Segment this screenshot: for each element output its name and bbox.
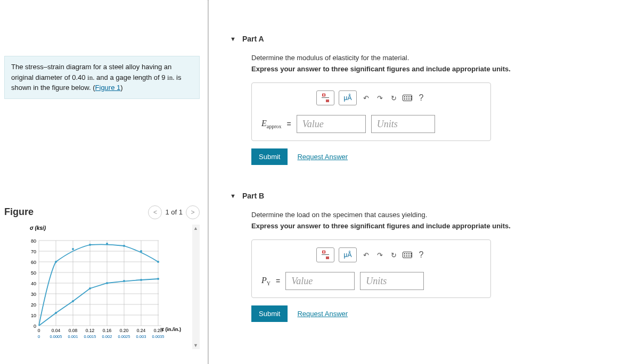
svg-text:0.003: 0.003 [136, 334, 146, 339]
value-input[interactable] [285, 272, 355, 290]
reset-icon[interactable]: ↻ [389, 94, 398, 102]
svg-text:0.002: 0.002 [102, 334, 112, 339]
svg-text:0.12: 0.12 [86, 328, 95, 333]
part-b-answer-box: μÅ ↶ ↷ ↻ ? PY = [251, 239, 491, 298]
svg-point-40 [157, 278, 159, 280]
part-a-header[interactable]: ▼ Part A [230, 35, 628, 43]
redo-icon[interactable]: ↷ [375, 94, 384, 102]
scroll-down-icon[interactable]: ▼ [193, 343, 198, 348]
svg-text:0.001: 0.001 [68, 334, 78, 339]
part-a-body: Determine the modulus of elasticity for … [230, 54, 628, 165]
undo-icon[interactable]: ↶ [361, 251, 371, 259]
figure-count: 1 of 1 [165, 208, 183, 216]
scroll-up-icon[interactable]: ▲ [193, 226, 198, 231]
part-a-answer-box: μÅ ↶ ↷ ↻ ? Eapprox = [251, 82, 491, 141]
collapse-icon: ▼ [230, 193, 236, 199]
svg-text:20: 20 [31, 302, 36, 308]
redo-icon[interactable]: ↷ [375, 251, 384, 259]
variable-label: PY [261, 276, 271, 286]
part-a-label: Part A [242, 35, 264, 43]
figure-prev-button[interactable]: < [148, 205, 162, 219]
svg-text:0.0035: 0.0035 [152, 334, 165, 339]
left-panel: The stress–strain diagram for a steel al… [0, 0, 208, 364]
svg-text:0: 0 [34, 324, 36, 329]
svg-text:0: 0 [38, 328, 40, 333]
right-panel: ▼ Part A Determine the modulus of elasti… [209, 0, 639, 364]
figure-link[interactable]: Figure 1 [95, 84, 121, 92]
svg-text:0.0025: 0.0025 [118, 334, 130, 339]
svg-text:10: 10 [31, 313, 36, 318]
keyboard-icon[interactable] [403, 94, 412, 102]
figure-next-button[interactable]: > [186, 205, 200, 219]
units-input[interactable] [371, 115, 435, 133]
submit-button[interactable]: Submit [251, 305, 288, 322]
svg-text:0.24: 0.24 [137, 328, 146, 333]
fraction-icon [320, 93, 331, 103]
svg-text:40: 40 [31, 281, 36, 286]
units-input[interactable] [360, 272, 424, 290]
part-a-instruction: Express your answer to three significant… [251, 65, 628, 73]
svg-text:0.08: 0.08 [69, 328, 78, 333]
problem-text: ) [120, 84, 122, 92]
help-icon[interactable]: ? [416, 251, 426, 259]
svg-text:60: 60 [31, 260, 36, 265]
value-input[interactable] [297, 115, 366, 133]
svg-point-38 [123, 280, 125, 282]
svg-point-29 [89, 244, 91, 246]
part-a-prompt: Determine the modulus of elasticity for … [251, 54, 628, 62]
svg-text:0.04: 0.04 [52, 328, 61, 333]
units-tool-button[interactable]: μÅ [339, 90, 357, 105]
part-b-label: Part B [242, 192, 264, 200]
part-b-input-row: PY = [261, 272, 481, 290]
units-tool-button[interactable]: μÅ [339, 247, 357, 262]
unit-text: in. [167, 73, 174, 81]
keyboard-icon[interactable] [403, 251, 412, 259]
part-b-header[interactable]: ▼ Part B [230, 192, 628, 200]
svg-point-39 [140, 279, 142, 281]
part-a-input-row: Eapprox = [261, 115, 481, 133]
svg-text:0.20: 0.20 [120, 328, 129, 333]
svg-text:80: 80 [31, 238, 36, 244]
request-answer-link[interactable]: Request Answer [297, 310, 348, 318]
svg-point-34 [55, 312, 57, 314]
equals-sign: = [287, 120, 291, 128]
undo-icon[interactable]: ↶ [361, 94, 371, 102]
svg-point-31 [123, 245, 125, 247]
svg-text:0.16: 0.16 [103, 328, 112, 333]
submit-button[interactable]: Submit [251, 148, 288, 165]
figure-scrollbar[interactable]: ▲ ▼ [192, 225, 200, 349]
svg-point-37 [106, 282, 108, 284]
answer-toolbar: μÅ ↶ ↷ ↻ ? [261, 247, 481, 262]
figure-title: Figure [4, 206, 34, 218]
part-b-instruction: Express your answer to three significant… [251, 222, 628, 230]
svg-point-30 [106, 243, 108, 245]
fraction-tool-button[interactable] [316, 90, 334, 105]
part-b-actions: Submit Request Answer [251, 305, 628, 322]
problem-statement: The stress–strain diagram for a steel al… [4, 56, 200, 99]
svg-point-35 [72, 300, 74, 302]
fraction-icon [320, 250, 331, 260]
svg-point-28 [72, 248, 74, 250]
answer-toolbar: μÅ ↶ ↷ ↻ ? [261, 90, 481, 105]
figure-nav: < 1 of 1 > [148, 205, 200, 219]
svg-text:ε (in./in.): ε (in./in.) [162, 327, 181, 332]
svg-text:30: 30 [31, 292, 36, 297]
part-b-prompt: Determine the load on the specimen that … [251, 211, 628, 219]
svg-text:0.0005: 0.0005 [50, 334, 62, 339]
problem-text: and a gage length of 9 [94, 73, 167, 81]
svg-text:50: 50 [31, 270, 36, 276]
equals-sign: = [276, 277, 280, 285]
request-answer-link[interactable]: Request Answer [297, 153, 348, 161]
collapse-icon: ▼ [230, 36, 236, 42]
svg-text:0: 0 [38, 334, 40, 339]
svg-point-32 [140, 250, 142, 252]
reset-icon[interactable]: ↻ [389, 251, 398, 259]
help-icon[interactable]: ? [416, 94, 426, 102]
svg-text:0.0015: 0.0015 [84, 334, 96, 339]
fraction-tool-button[interactable] [316, 247, 334, 262]
unit-text: in. [87, 73, 94, 81]
svg-text:70: 70 [31, 249, 36, 254]
part-a-actions: Submit Request Answer [251, 148, 628, 165]
variable-label: Eapprox [261, 119, 282, 129]
figure-container: σ (ksi) 0 10 20 30 40 50 60 70 80 [4, 225, 200, 349]
